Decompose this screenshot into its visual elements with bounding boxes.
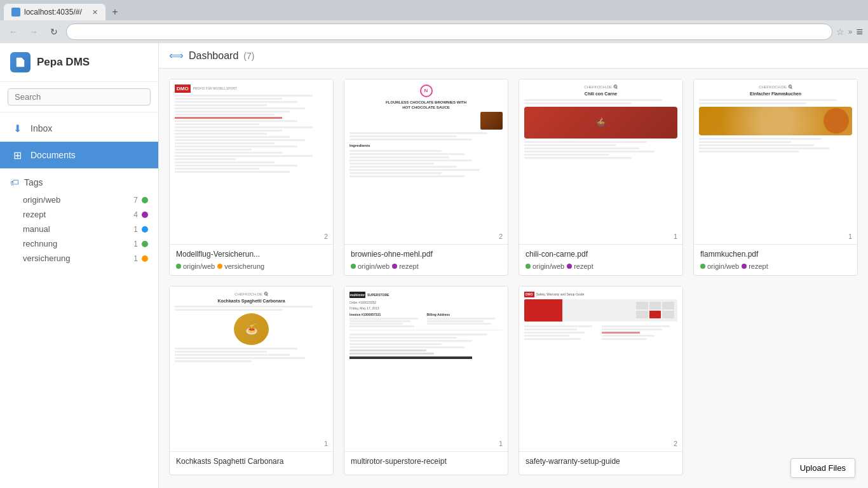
- tag-dot: [176, 264, 181, 269]
- tag-label: origin/web: [707, 262, 739, 270]
- tag-name-rezept: rezept: [23, 210, 133, 219]
- extensions-icon[interactable]: »: [848, 27, 853, 36]
- doc-card-brownies[interactable]: N FLOURLESS CHOCOLATE BROWNIES WITHHOT C…: [344, 79, 508, 276]
- tag-dot: [217, 264, 222, 269]
- tag-item-origin-web[interactable]: origin/web 7: [10, 193, 148, 207]
- doc-tag-rezept: rezept: [567, 262, 593, 270]
- tag-name-rechnung: rechnung: [23, 239, 133, 248]
- inbox-icon: ⬇: [10, 121, 24, 135]
- doc-info-brownies: brownies-ohne-mehl.pdf origin/web rezept: [344, 245, 508, 275]
- tag-dot: [351, 264, 356, 269]
- tag-label: origin/web: [358, 262, 390, 270]
- bookmark-icon[interactable]: ☆: [836, 27, 844, 37]
- page-count-flammkuchen: 1: [848, 233, 852, 240]
- browser-tab-bar: localhost:4035/#/ ✕ +: [0, 0, 868, 20]
- tag-count-rezept: 4: [133, 210, 138, 219]
- doc-card-modellflug[interactable]: DMO PROFIS FÜR MODELLSPORT: [169, 79, 334, 276]
- doc-tag-originweb: origin/web: [176, 262, 215, 270]
- tag-dot: [392, 264, 397, 269]
- doc-card-flammkuchen[interactable]: CHEFKOCH.DE 🍳 Einfacher Flammkuchen: [693, 79, 858, 276]
- tag-count-rechnung: 1: [133, 240, 138, 248]
- tag-dot: [526, 264, 531, 269]
- doc-card-chili[interactable]: CHEFKOCH.DE 🍳 Chili con Carne 🍲: [519, 79, 683, 276]
- tab-close-button[interactable]: ✕: [92, 8, 98, 17]
- tag-icon: 🏷: [10, 177, 19, 187]
- tab-favicon: [11, 8, 20, 17]
- reload-button[interactable]: ↻: [46, 24, 62, 40]
- doc-thumbnail-brownies: N FLOURLESS CHOCOLATE BROWNIES WITHHOT C…: [344, 79, 508, 245]
- documents-label: Documents: [31, 150, 76, 160]
- doc-name-chili: chili-con-carne.pdf: [526, 250, 676, 259]
- doc-name-flammkuchen: flammkuchen.pdf: [700, 250, 851, 259]
- main-count: (7): [243, 51, 254, 61]
- doc-info-modellflug: Modellflug-Versicherun... origin/web ver…: [170, 245, 333, 275]
- doc-tags-modellflug: origin/web versicherung: [176, 262, 327, 270]
- page-count-modellflug: 2: [324, 233, 328, 240]
- sidebar: Pepa DMS ⬇ Inbox ⊞ Documents 🏷 Tags orig…: [0, 43, 159, 488]
- new-tab-button[interactable]: +: [108, 5, 122, 19]
- doc-thumbnail-spaghetti: CHEFKOCH.DE 🍳 Kochkasts Spaghetti Carbon…: [170, 287, 333, 452]
- doc-tags-flammkuchen: origin/web rezept: [700, 262, 851, 270]
- tag-dot: [567, 264, 572, 269]
- doc-info-chili: chili-con-carne.pdf origin/web rezept: [519, 245, 682, 275]
- page-count-spaghetti: 1: [324, 440, 328, 447]
- doc-thumbnail-flammkuchen: CHEFKOCH.DE 🍳 Einfacher Flammkuchen: [694, 79, 857, 245]
- tag-dot-origin-web: [142, 197, 148, 203]
- doc-thumbnail-manual: DMO Safety, Warranty and Setup Guide: [519, 287, 682, 452]
- tags-section: 🏷 Tags origin/web 7 rezept 4 manual 1 re…: [0, 171, 158, 272]
- doc-card-manual[interactable]: DMO Safety, Warranty and Setup Guide: [519, 286, 683, 475]
- tag-dot-rechnung: [142, 241, 148, 247]
- app-name: Pepa DMS: [37, 56, 90, 69]
- doc-name-brownies: brownies-ohne-mehl.pdf: [351, 250, 501, 259]
- doc-info-manual: safety-warranty-setup-guide: [519, 452, 682, 475]
- tag-dot-versicherung: [142, 255, 148, 262]
- doc-name-spaghetti: Kochkasts Spaghetti Carbonara: [176, 457, 327, 466]
- doc-card-receipt[interactable]: multirotor SUPERSTORE Order #100023052 F…: [344, 286, 508, 475]
- doc-tags-brownies: origin/web rezept: [351, 262, 501, 270]
- page-count-receipt: 1: [499, 440, 503, 447]
- tag-item-rechnung[interactable]: rechnung 1: [10, 236, 148, 251]
- tag-count-versicherung: 1: [133, 254, 138, 263]
- doc-tag-rezept: rezept: [392, 262, 419, 270]
- doc-name-manual: safety-warranty-setup-guide: [526, 457, 676, 466]
- document-grid: DMO PROFIS FÜR MODELLSPORT: [159, 69, 868, 488]
- main-title: Dashboard: [189, 50, 238, 62]
- doc-thumbnail-chili: CHEFKOCH.DE 🍳 Chili con Carne 🍲: [519, 79, 682, 245]
- upload-files-button[interactable]: Upload Files: [790, 458, 855, 478]
- tags-header[interactable]: 🏷 Tags: [10, 177, 148, 187]
- doc-tag-rezept: rezept: [742, 262, 768, 270]
- sidebar-item-inbox[interactable]: ⬇ Inbox: [0, 115, 158, 142]
- doc-info-receipt: multirotor-superstore-receipt: [344, 452, 508, 475]
- doc-tags-chili: origin/web rezept: [526, 262, 676, 270]
- sidebar-item-documents[interactable]: ⊞ Documents: [0, 142, 158, 168]
- browser-tab[interactable]: localhost:4035/#/ ✕: [4, 4, 105, 20]
- doc-tag-originweb: origin/web: [700, 262, 739, 270]
- sidebar-search-area: [0, 82, 158, 112]
- doc-tag-versicherung: versicherung: [217, 262, 264, 270]
- app-logo: Pepa DMS: [0, 43, 158, 82]
- tag-dot: [742, 264, 747, 269]
- menu-icon[interactable]: ≡: [856, 25, 863, 39]
- tag-label: rezept: [749, 262, 768, 270]
- tag-item-manual[interactable]: manual 1: [10, 222, 148, 236]
- inbox-label: Inbox: [31, 123, 52, 133]
- tag-label: rezept: [574, 262, 593, 270]
- tab-title: localhost:4035/#/: [24, 8, 82, 17]
- logo-icon: [10, 52, 31, 72]
- page-count-manual: 2: [674, 440, 677, 447]
- doc-thumbnail-modellflug: DMO PROFIS FÜR MODELLSPORT: [170, 79, 333, 245]
- sidebar-nav: ⬇ Inbox ⊞ Documents: [0, 112, 158, 171]
- tag-item-rezept[interactable]: rezept 4: [10, 207, 148, 222]
- tag-item-versicherung[interactable]: versicherung 1: [10, 251, 148, 266]
- tag-count-origin-web: 7: [133, 196, 138, 205]
- doc-name-receipt: multirotor-superstore-receipt: [351, 457, 501, 466]
- back-button[interactable]: ←: [5, 24, 22, 40]
- main-content: ⟺ Dashboard (7) DMO PROFIS FÜR MODELLSPO…: [159, 43, 868, 488]
- tag-dot-manual: [142, 226, 148, 233]
- doc-thumbnail-receipt: multirotor SUPERSTORE Order #100023052 F…: [344, 287, 508, 452]
- search-input[interactable]: [8, 88, 151, 105]
- tag-count-manual: 1: [133, 225, 138, 234]
- url-bar[interactable]: localhost:4035/#/: [66, 24, 832, 40]
- forward-button[interactable]: →: [25, 24, 42, 40]
- doc-card-spaghetti[interactable]: CHEFKOCH.DE 🍳 Kochkasts Spaghetti Carbon…: [169, 286, 334, 475]
